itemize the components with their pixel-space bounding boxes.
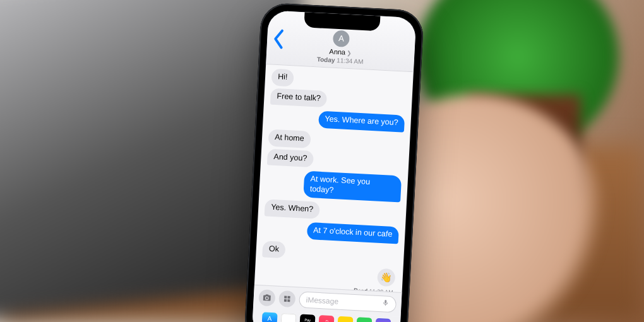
app-drawer-button[interactable] <box>278 290 295 307</box>
iphone-device-frame: A Anna❯ Today 11:34 AM Hi!Free to talk?Y… <box>244 3 424 322</box>
sticker-app-icon[interactable] <box>338 316 354 322</box>
sent-message-bubble[interactable]: At 7 o'clock in our cafe <box>306 222 399 244</box>
camera-button[interactable] <box>258 289 275 306</box>
back-button[interactable] <box>272 28 285 42</box>
message-text-field[interactable]: iMessage <box>299 291 397 313</box>
images-app-icon[interactable] <box>375 318 391 322</box>
music-app-icon[interactable]: ♫ <box>319 315 335 322</box>
received-message-bubble[interactable]: Ok <box>262 241 285 258</box>
sent-message-bubble[interactable]: Yes. Where are you? <box>318 111 405 133</box>
tapback-reaction[interactable]: 👋 <box>377 268 395 287</box>
app-store-icon[interactable]: A <box>262 312 278 322</box>
imessage-screen: A Anna❯ Today 11:34 AM Hi!Free to talk?Y… <box>252 10 417 322</box>
contact-avatar[interactable]: A <box>333 30 350 47</box>
photos-app-icon[interactable] <box>281 313 297 322</box>
received-message-bubble[interactable]: Hi! <box>271 69 294 86</box>
sent-message-bubble[interactable]: At work. See you today? <box>303 171 402 203</box>
contact-name-label: Anna <box>329 47 345 56</box>
timestamp-day: Today <box>317 56 335 63</box>
chevron-right-icon: ❯ <box>347 50 352 56</box>
received-message-bubble[interactable]: And you? <box>267 148 314 167</box>
apple-pay-icon[interactable]: Pay <box>300 314 316 322</box>
received-message-bubble[interactable]: At home <box>268 129 311 148</box>
message-placeholder: iMessage <box>306 292 339 309</box>
timestamp-time: 11:34 AM <box>337 57 364 65</box>
received-message-bubble[interactable]: Yes. When? <box>265 200 320 219</box>
memoji-app-icon[interactable] <box>356 317 372 322</box>
dictation-icon[interactable] <box>381 296 390 312</box>
message-thread[interactable]: Hi!Free to talk?Yes. Where are you?At ho… <box>254 64 414 292</box>
received-message-bubble[interactable]: Free to talk? <box>270 88 328 107</box>
